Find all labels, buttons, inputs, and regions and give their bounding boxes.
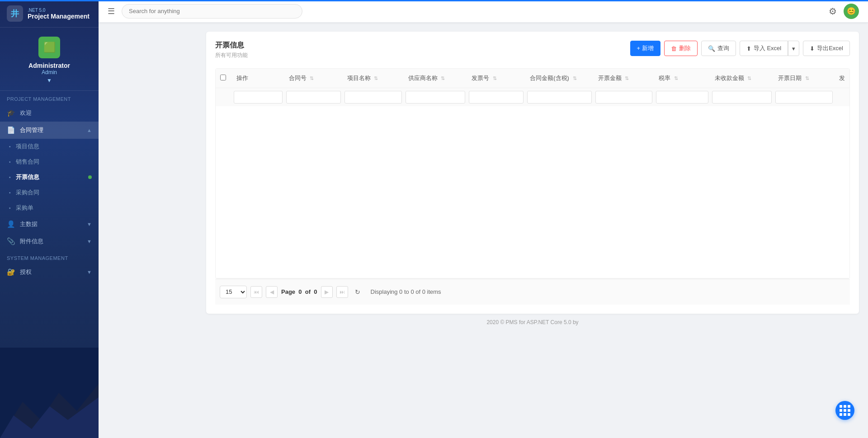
- next-page-button[interactable]: ▶: [321, 286, 333, 298]
- avatar: 🟩: [38, 37, 60, 58]
- total-pages: 0: [314, 288, 317, 295]
- query-button-label: 查询: [717, 44, 729, 52]
- filter-input-invoice-no[interactable]: [469, 91, 524, 104]
- pagination-display: Displaying 0 to 0 of 0 items: [371, 288, 441, 295]
- new-button-label: + 新增: [637, 44, 654, 52]
- user-avatar-button[interactable]: 😊: [844, 4, 859, 19]
- filter-input-action[interactable]: [234, 91, 283, 104]
- sidebar-subitem-project-info[interactable]: 项目信息: [0, 139, 99, 154]
- pagination-bar: 10 15 20 50 100 ⏮ ◀ Page 0 of 0 ▶ ⏭ ↻ Di…: [215, 279, 850, 305]
- sort-icon-supplier-name: ⇅: [441, 75, 445, 81]
- filter-input-invoice-amount[interactable]: [595, 91, 653, 104]
- prev-page-button[interactable]: ◀: [266, 286, 278, 298]
- import-excel-dropdown-button[interactable]: ▾: [788, 41, 799, 56]
- delete-icon: 🗑: [671, 45, 677, 52]
- sidebar-label-attachment: 附件信息: [20, 237, 87, 245]
- sidebar-item-permissions[interactable]: 🔐 授权 ▼: [0, 264, 99, 281]
- contract-icon: 📄: [7, 126, 15, 134]
- first-page-button[interactable]: ⏮: [250, 286, 262, 298]
- import-excel-wrapper: ⬆ 导入 Excel ▾: [740, 41, 799, 56]
- export-excel-label: 导出Excel: [817, 44, 843, 52]
- sidebar-label-welcome: 欢迎: [20, 109, 92, 117]
- settings-icon[interactable]: ⚙: [829, 6, 837, 17]
- header-invoice-amount[interactable]: 开票金额 ⇅: [594, 69, 655, 88]
- header-uncollected-amount[interactable]: 未收款金额 ⇅: [710, 69, 774, 88]
- sort-icon-tax-rate: ⇅: [674, 75, 678, 81]
- topbar-right-section: ⚙ 😊: [829, 4, 859, 19]
- user-role-label: Admin: [42, 69, 57, 75]
- chevron-up-icon: ▲: [87, 127, 92, 133]
- filter-input-invoice-date[interactable]: [775, 91, 833, 104]
- search-input[interactable]: [122, 4, 302, 19]
- app-version: .NET 5.0: [28, 8, 90, 13]
- subitem-label-project-info: 项目信息: [16, 142, 39, 151]
- sort-icon-uncollected: ⇅: [747, 75, 751, 81]
- welcome-icon: 🎓: [7, 109, 15, 117]
- filter-fa: [835, 88, 849, 107]
- sidebar-subitem-invoice-info[interactable]: 开票信息: [0, 170, 99, 185]
- header-tax-rate[interactable]: 税率 ⇅: [654, 69, 710, 88]
- new-button[interactable]: + 新增: [630, 41, 660, 56]
- filter-input-supplier-name[interactable]: [406, 91, 466, 104]
- import-excel-button[interactable]: ⬆ 导入 Excel: [740, 41, 788, 56]
- filter-input-contract-amount[interactable]: [527, 91, 591, 104]
- page-actions: + 新增 🗑 删除 🔍 查询 ⬆ 导入 Excel ▾: [630, 41, 850, 56]
- select-all-checkbox[interactable]: [220, 75, 226, 80]
- header-contract-amount[interactable]: 合同金额(含税) ⇅: [525, 69, 593, 88]
- page-label: Page: [281, 288, 295, 295]
- page-size-select[interactable]: 10 15 20 50 100: [220, 286, 247, 298]
- sidebar-item-welcome[interactable]: 🎓 欢迎: [0, 104, 99, 122]
- header-project-name[interactable]: 项目名称 ⇅: [343, 69, 404, 88]
- filter-supplier-name: [404, 88, 467, 107]
- sidebar-subitem-purchase-contract[interactable]: 采购合同: [0, 185, 99, 200]
- query-button[interactable]: 🔍 查询: [701, 41, 736, 56]
- footer: 2020 © PMS for ASP.NET Core 5.0 by: [206, 314, 859, 327]
- sidebar-item-attachment[interactable]: 📎 附件信息 ▼: [0, 233, 99, 250]
- filter-checkbox-cell: [216, 88, 232, 107]
- header-contract-no[interactable]: 合同号 ⇅: [284, 69, 343, 88]
- subitem-label-sales-contract: 销售合同: [16, 158, 39, 166]
- table-body: [216, 106, 849, 278]
- filter-input-project-name[interactable]: [344, 91, 402, 104]
- page-card: 开票信息 所有可用功能 + 新增 🗑 删除 🔍 查询 ⬆: [206, 32, 859, 314]
- sidebar-item-contract-management[interactable]: 📄 合同管理 ▲: [0, 122, 99, 139]
- table-wrapper: 操作 合同号 ⇅ 项目名称 ⇅ 供应商名称 ⇅: [215, 68, 850, 279]
- menu-toggle-button[interactable]: ☰: [108, 6, 115, 16]
- sidebar-logo: 井 .NET 5.0 Project Management: [0, 0, 99, 28]
- sidebar-subitem-sales-contract[interactable]: 销售合同: [0, 154, 99, 170]
- export-excel-button[interactable]: ⬇ 导出Excel: [803, 41, 850, 56]
- sort-icon-invoice-no: ⇅: [493, 75, 497, 81]
- app-name: Project Management: [28, 13, 90, 20]
- sidebar-label-contract-management: 合同管理: [20, 126, 87, 134]
- filter-input-uncollected[interactable]: [712, 91, 772, 104]
- subitem-label-invoice-info: 开票信息: [16, 173, 39, 181]
- filter-contract-no: [284, 88, 343, 107]
- import-excel-label: 导入 Excel: [754, 44, 781, 52]
- last-page-button[interactable]: ⏭: [336, 286, 348, 298]
- user-chevron-icon[interactable]: ▼: [47, 77, 52, 84]
- sidebar-label-master-data: 主数据: [20, 220, 87, 228]
- topbar: ☰ ⚙ 😊: [99, 0, 868, 23]
- refresh-button[interactable]: ↻: [352, 286, 363, 298]
- sort-icon-contract-amount: ⇅: [573, 75, 577, 81]
- export-icon: ⬇: [810, 45, 815, 52]
- sidebar-item-master-data[interactable]: 👤 主数据 ▼: [0, 216, 99, 233]
- sort-icon-project-name: ⇅: [374, 75, 378, 81]
- filter-contract-amount: [525, 88, 593, 107]
- filter-uncollected-amount: [710, 88, 774, 107]
- filter-invoice-date: [774, 88, 835, 107]
- filter-project-name: [343, 88, 404, 107]
- filter-input-tax-rate[interactable]: [656, 91, 708, 104]
- header-checkbox-cell: [216, 69, 232, 88]
- header-action: 操作: [232, 69, 284, 88]
- fab-button[interactable]: [835, 401, 854, 420]
- lock-icon: 🔐: [7, 268, 15, 276]
- section-label-system: SYSTEM MANAGEMENT: [0, 250, 99, 264]
- current-page: 0: [298, 288, 302, 295]
- header-invoice-no[interactable]: 发票号 ⇅: [467, 69, 525, 88]
- sidebar-subitem-purchase-order[interactable]: 采购单: [0, 200, 99, 216]
- header-supplier-name[interactable]: 供应商名称 ⇅: [404, 69, 467, 88]
- delete-button[interactable]: 🗑 删除: [664, 41, 698, 56]
- filter-input-contract-no[interactable]: [286, 91, 341, 104]
- header-invoice-date[interactable]: 开票日期 ⇅: [774, 69, 835, 88]
